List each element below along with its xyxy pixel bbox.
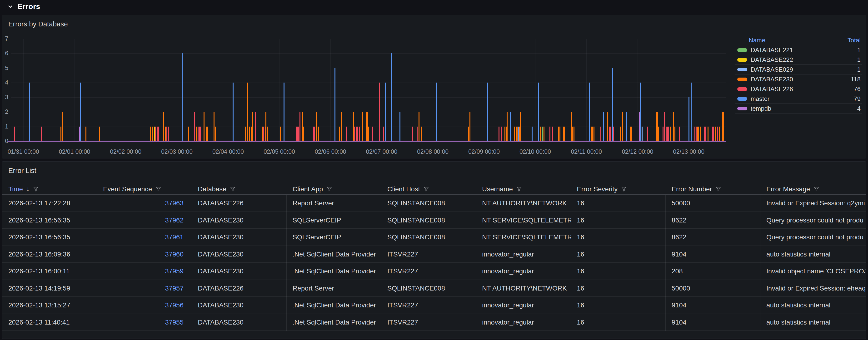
bar-DATABASE230 [722,112,723,141]
chart-panel-title[interactable]: Errors by Database [8,20,68,28]
legend-total-header[interactable]: Total [847,37,861,44]
bar-DATABASE230 [658,127,659,141]
column-header-label[interactable]: Client Host [388,185,420,193]
table-cell: DATABASE230 [192,297,286,314]
column-header-error-severity[interactable]: Error Severity [571,183,665,195]
event-sequence-link[interactable]: 37961 [97,229,192,246]
table-panel-title[interactable]: Error List [8,167,36,175]
bar-DATABASE226 [359,127,360,141]
event-sequence-link[interactable]: 37959 [97,263,192,280]
legend-row-DATABASE222[interactable]: DATABASE2221 [735,55,862,65]
bar-DATABASE230 [163,112,164,141]
filter-icon[interactable] [516,186,522,192]
sort-desc-icon[interactable]: ↓ [26,185,30,193]
column-header-label[interactable]: Username [482,185,513,193]
filter-icon[interactable] [155,186,161,192]
event-sequence-link[interactable]: 37957 [97,280,192,297]
legend-row-DATABASE226[interactable]: DATABASE22676 [735,84,862,94]
y-tick-label: 5 [2,65,8,71]
bar-master [688,97,689,141]
column-header-event-sequence[interactable]: Event Sequence [97,183,192,195]
column-header-label[interactable]: Error Severity [577,185,618,193]
filter-icon[interactable] [715,186,721,192]
x-tick-label: 02/12 00:00 [622,148,653,155]
y-tick-label: 3 [2,94,8,101]
bar-DATABASE230 [506,112,507,141]
bar-DATABASE226 [679,127,680,141]
column-header-client-host[interactable]: Client Host [381,183,476,195]
event-sequence-link[interactable]: 37960 [97,246,192,263]
bar-DATABASE226 [166,127,167,141]
event-sequence-link[interactable]: 37955 [97,314,192,331]
legend-series-name[interactable]: DATABASE222 [751,56,793,64]
table-cell: 9104 [665,297,760,314]
bar-DATABASE226 [550,127,550,141]
bar-tempdb [639,112,640,141]
bar-DATABASE230 [86,127,86,141]
legend-series-name[interactable]: DATABASE230 [751,76,793,83]
legend-row-DATABASE230[interactable]: DATABASE230118 [735,74,862,84]
table-cell: 50000 [665,280,760,297]
bar-DATABASE226 [155,127,156,141]
bar-DATABASE226 [357,127,358,141]
y-tick-label: 4 [2,79,8,86]
filter-icon[interactable] [327,186,332,192]
table-row: 2026-02-13 11:40:4137955DATABASE230.Net … [2,314,866,331]
bar-DATABASE230 [215,127,216,141]
legend-row-DATABASE029[interactable]: DATABASE0291 [735,65,862,74]
legend-series-name[interactable]: tempdb [751,105,771,112]
chevron-down-icon[interactable] [6,3,14,11]
bar-DATABASE230 [723,112,724,141]
table-cell: innovator_regular [476,246,571,263]
event-sequence-link[interactable]: 37956 [97,297,192,314]
legend-series-total: 4 [857,105,861,112]
filter-icon[interactable] [230,186,236,192]
table-cell: 2026-02-13 11:40:41 [2,314,97,331]
legend-row-master[interactable]: master79 [735,94,862,104]
bar-DATABASE226 [200,127,201,141]
column-header-database[interactable]: Database [192,183,286,195]
column-header-client-app[interactable]: Client App [286,183,381,195]
bar-DATABASE230 [266,112,267,141]
x-tick-label: 01/31 00:00 [8,148,39,155]
legend-series-name[interactable]: DATABASE221 [751,46,793,54]
section-header-errors: Errors [0,0,868,13]
filter-icon[interactable] [33,186,39,192]
bar-DATABASE226 [501,127,502,141]
filter-icon[interactable] [813,186,819,192]
legend-row-DATABASE221[interactable]: DATABASE2211 [735,45,862,55]
bar-DATABASE230 [708,127,709,141]
section-title[interactable]: Errors [18,2,40,11]
column-header-label[interactable]: Error Message [766,185,810,193]
legend-series-name[interactable]: DATABASE029 [751,66,793,73]
legend-row-tempdb[interactable]: tempdb4 [735,104,862,113]
bar-DATABASE230 [620,127,621,141]
column-header-time[interactable]: Time↓ [2,183,97,195]
column-header-error-number[interactable]: Error Number [665,183,760,195]
event-sequence-link[interactable]: 37963 [97,195,192,212]
filter-icon[interactable] [423,186,429,192]
legend-series-name[interactable]: master [751,95,769,103]
column-header-label[interactable]: Client App [292,185,323,193]
column-header-label[interactable]: Database [198,185,226,193]
table-cell: DATABASE230 [192,212,286,229]
bar-DATABASE226 [704,127,705,141]
table-cell: 16 [571,195,665,212]
bar-DATABASE230 [339,127,340,141]
bar-DATABASE230 [719,127,720,141]
table-cell: NT SERVICE\SQLTELEMETR [476,229,571,246]
column-header-label[interactable]: Error Number [672,185,712,193]
column-header-label[interactable]: Time [8,185,23,193]
column-header-label[interactable]: Event Sequence [103,185,152,193]
table-cell: ITSVR227 [381,246,476,263]
legend-name-header[interactable]: Name [749,37,765,44]
column-header-error-message[interactable]: Error Message [760,183,866,195]
bar-DATABASE230 [316,112,317,141]
table-cell: DATABASE226 [192,280,286,297]
time-series-plot[interactable] [6,39,726,141]
event-sequence-link[interactable]: 37962 [97,212,192,229]
column-header-username[interactable]: Username [476,183,571,195]
tempdb-zero-baseline [7,141,726,142]
filter-icon[interactable] [621,186,627,192]
legend-series-name[interactable]: DATABASE226 [751,86,793,93]
